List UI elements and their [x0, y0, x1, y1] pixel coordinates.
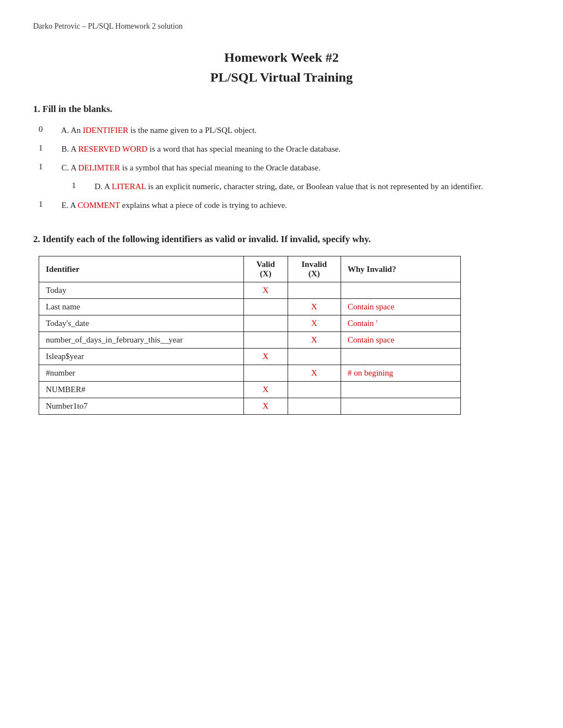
cell-identifier: Last name — [39, 299, 244, 315]
list-item: 1 C. A DELIMTER is a symbol that has spe… — [39, 161, 530, 174]
cell-why — [341, 349, 460, 365]
col-header-invalid: Invalid(X) — [288, 256, 341, 282]
keyword-comment: COMMENT — [78, 201, 120, 210]
cell-identifier: NUMBER# — [39, 382, 244, 398]
score-b: 1 — [39, 142, 55, 153]
answer-b: B. A RESERVED WORD is a word that has sp… — [55, 142, 530, 156]
table-row: Today's_date X Contain ' — [39, 315, 461, 332]
main-title: Homework Week #2 PL/SQL Virtual Training — [33, 47, 530, 87]
score-0: 0 — [39, 124, 55, 134]
col-header-valid: Valid(X) — [243, 256, 288, 282]
keyword-reserved-word: RESERVED WORD — [78, 144, 148, 153]
header-label: Darko Petrovic – PL/SQL Homework 2 solut… — [33, 22, 530, 31]
score-e: 1 — [39, 199, 55, 209]
cell-invalid — [288, 382, 341, 398]
cell-valid: X — [243, 349, 288, 365]
question1-section: 1. Fill in the blanks. 0 A. An IDENTIFIE… — [33, 104, 530, 212]
cell-why: Contain space — [341, 299, 460, 315]
answer-c: C. A DELIMTER is a symbol that has speci… — [55, 161, 530, 174]
cell-why: Contain ' — [341, 315, 460, 332]
cell-identifier: Number1to7 — [39, 398, 244, 415]
keyword-literal: LITERAL — [112, 182, 146, 191]
list-item: 1 B. A RESERVED WORD is a word that has … — [39, 142, 530, 156]
cell-invalid — [288, 349, 341, 365]
cell-why: Contain space — [341, 332, 460, 349]
list-item: 1 E. A COMMENT explains what a piece of … — [39, 199, 530, 212]
cell-valid — [243, 365, 288, 382]
score-d: 1 — [72, 180, 88, 190]
table-row: NUMBER# X — [39, 382, 461, 398]
cell-identifier: #number — [39, 365, 244, 382]
cell-why — [341, 398, 460, 415]
list-item: 0 A. An IDENTIFIER is the name given to … — [39, 124, 530, 137]
cell-valid: X — [243, 282, 288, 299]
keyword-delimter: DELIMTER — [78, 163, 120, 172]
col-header-identifier: Identifier — [39, 256, 244, 282]
cell-valid — [243, 315, 288, 332]
question2-section: 2. Identify each of the following identi… — [33, 234, 530, 415]
cell-valid — [243, 299, 288, 315]
table-row: Isleap$year X — [39, 349, 461, 365]
cell-valid: X — [243, 382, 288, 398]
table-header-row: Identifier Valid(X) Invalid(X) Why Inval… — [39, 256, 461, 282]
cell-identifier: number_of_days_in_february_this__year — [39, 332, 244, 349]
table-row: #number X # on begining — [39, 365, 461, 382]
cell-why: # on begining — [341, 365, 460, 382]
answer-a: A. An IDENTIFIER is the name given to a … — [55, 124, 530, 137]
title-line2: PL/SQL Virtual Training — [210, 70, 353, 84]
cell-why — [341, 282, 460, 299]
cell-invalid: X — [288, 315, 341, 332]
cell-valid — [243, 332, 288, 349]
list-item: 1 D. A LITERAL is an explicit numeric, c… — [72, 180, 530, 193]
answer-e: E. A COMMENT explains what a piece of co… — [55, 199, 530, 212]
question2-heading: 2. Identify each of the following identi… — [33, 234, 530, 245]
list-item-d: 1 D. A LITERAL is an explicit numeric, c… — [72, 180, 530, 193]
identifiers-table: Identifier Valid(X) Invalid(X) Why Inval… — [39, 256, 461, 415]
cell-invalid — [288, 398, 341, 415]
cell-why — [341, 382, 460, 398]
cell-identifier: Today's_date — [39, 315, 244, 332]
col-header-why: Why Invalid? — [341, 256, 460, 282]
cell-invalid: X — [288, 299, 341, 315]
table-row: Number1to7 X — [39, 398, 461, 415]
cell-invalid — [288, 282, 341, 299]
table-row: number_of_days_in_february_this__year X … — [39, 332, 461, 349]
score-c: 1 — [39, 161, 55, 172]
keyword-identifier: IDENTIFIER — [83, 126, 129, 135]
title-line1: Homework Week #2 — [224, 50, 339, 65]
table-row: Today X — [39, 282, 461, 299]
table-row: Last name X Contain space — [39, 299, 461, 315]
question1-heading: 1. Fill in the blanks. — [33, 104, 530, 115]
fill-blanks-list: 0 A. An IDENTIFIER is the name given to … — [39, 124, 530, 212]
cell-identifier: Isleap$year — [39, 349, 244, 365]
cell-invalid: X — [288, 365, 341, 382]
answer-d: D. A LITERAL is an explicit numeric, cha… — [88, 180, 530, 193]
cell-invalid: X — [288, 332, 341, 349]
cell-identifier: Today — [39, 282, 244, 299]
cell-valid: X — [243, 398, 288, 415]
